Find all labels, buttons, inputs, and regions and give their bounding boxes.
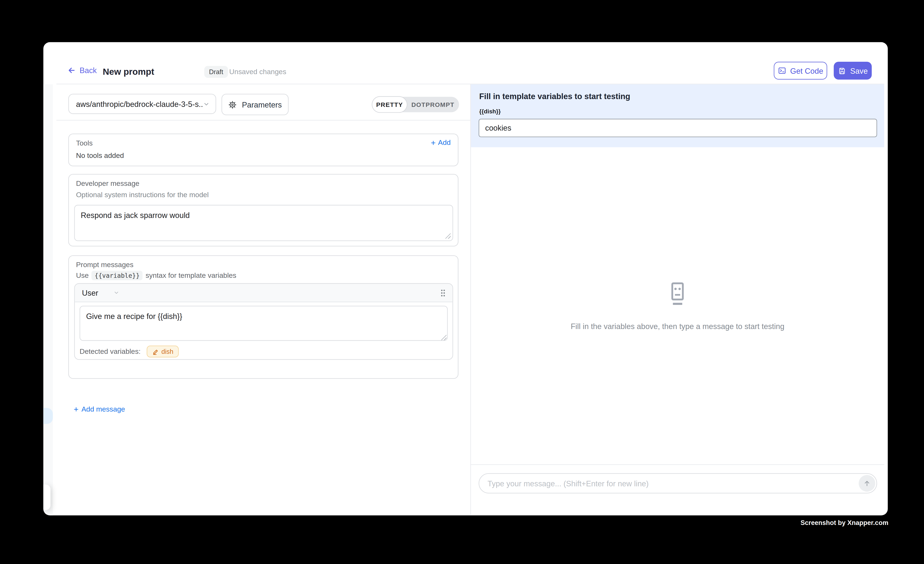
developer-message-title: Developer message [76, 179, 140, 188]
model-selector[interactable]: aws/anthropic/bedrock-claude-3-5-s... [68, 94, 216, 114]
watermark-text: Screenshot by Xnapper.com [801, 519, 888, 526]
chat-message-input[interactable] [479, 479, 859, 488]
toolbar-divider [57, 120, 470, 120]
screenshot-stage: Back New prompt Draft Unsaved changes Ge… [0, 0, 924, 564]
developer-message-textarea[interactable]: Respond as jack sparrow would [74, 205, 453, 241]
back-label: Back [80, 66, 97, 75]
hint-prefix: Use [76, 271, 88, 280]
sidebar-popover-fragment [43, 484, 50, 510]
page-title: New prompt [103, 67, 154, 76]
chevron-down-icon[interactable] [114, 290, 120, 296]
add-message-button[interactable]: + Add message [74, 405, 125, 414]
detected-variables-label: Detected variables: [80, 347, 141, 356]
message-role-header: User [75, 284, 452, 302]
variable-syntax-chip: {{variable}} [92, 271, 142, 280]
add-tool-button[interactable]: + Add [431, 138, 451, 147]
variable-dish-label: {{dish}} [479, 108, 501, 115]
plus-icon: + [74, 405, 78, 412]
variables-panel-title: Fill in template variables to start test… [479, 92, 630, 101]
add-message-label: Add message [81, 405, 125, 414]
resize-handle-icon[interactable] [446, 233, 451, 238]
drag-handle-icon[interactable] [441, 289, 446, 297]
chat-empty-state: Fill in the variables above, then type a… [471, 147, 884, 464]
unsaved-changes-status: Unsaved changes [230, 68, 286, 76]
message-block: User Give me a recipe for {{dish}} Detec… [74, 283, 453, 360]
variable-chip-label: dish [161, 348, 173, 355]
save-button[interactable]: Save [834, 62, 872, 80]
variable-dish-input[interactable] [478, 119, 877, 137]
tools-empty-text: No tools added [76, 152, 124, 160]
save-icon [838, 67, 846, 75]
empty-state-text: Fill in the variables above, then type a… [571, 321, 784, 330]
robot-icon [666, 281, 689, 307]
detected-variables-row: Detected variables: dish [80, 346, 179, 358]
tools-card: Tools + Add No tools added [68, 134, 458, 166]
user-message-textarea[interactable]: Give me a recipe for {{dish}} [80, 306, 448, 341]
send-arrow-icon [863, 479, 871, 488]
back-button[interactable]: Back [67, 66, 97, 75]
sidebar-active-item[interactable] [43, 408, 53, 424]
variable-chip-dish[interactable]: dish [147, 346, 179, 358]
get-code-label: Get Code [790, 66, 823, 75]
send-button[interactable] [859, 475, 875, 492]
pencil-icon [152, 348, 158, 355]
developer-message-card: Developer message Optional system instru… [68, 174, 458, 246]
model-selector-value: aws/anthropic/bedrock-claude-3-5-s... [76, 99, 203, 108]
add-tool-label: Add [438, 138, 451, 147]
template-variables-panel: Fill in template variables to start test… [471, 84, 884, 147]
toggle-dotprompt[interactable]: DOTPROMPT [407, 97, 459, 112]
back-arrow-icon [67, 66, 76, 75]
parameters-button[interactable]: Parameters [222, 94, 289, 115]
collapsed-sidebar [43, 84, 53, 516]
hint-suffix: syntax for template variables [146, 271, 236, 280]
chevron-down-icon [203, 100, 210, 107]
template-syntax-hint: Use {{variable}} syntax for template var… [76, 271, 236, 280]
get-code-button[interactable]: Get Code [774, 62, 827, 80]
view-mode-toggle: PRETTY DOTPROMPT [372, 97, 459, 112]
save-label: Save [850, 66, 868, 75]
app-window: Back New prompt Draft Unsaved changes Ge… [43, 42, 888, 516]
resize-handle-icon[interactable] [441, 335, 447, 340]
toggle-pretty[interactable]: PRETTY [372, 97, 407, 112]
role-select-value[interactable]: User [82, 288, 98, 297]
chat-divider [471, 464, 884, 465]
terminal-icon [778, 67, 786, 75]
plus-icon: + [431, 139, 435, 146]
draft-badge: Draft [204, 66, 228, 78]
gear-icon [228, 100, 237, 109]
developer-message-subtitle: Optional system instructions for the mod… [76, 190, 209, 199]
prompt-messages-title: Prompt messages [76, 261, 134, 269]
prompt-messages-card: Prompt messages Use {{variable}} syntax … [68, 255, 458, 379]
parameters-label: Parameters [242, 100, 282, 109]
chat-input-box [478, 473, 877, 494]
tools-title: Tools [76, 139, 93, 147]
